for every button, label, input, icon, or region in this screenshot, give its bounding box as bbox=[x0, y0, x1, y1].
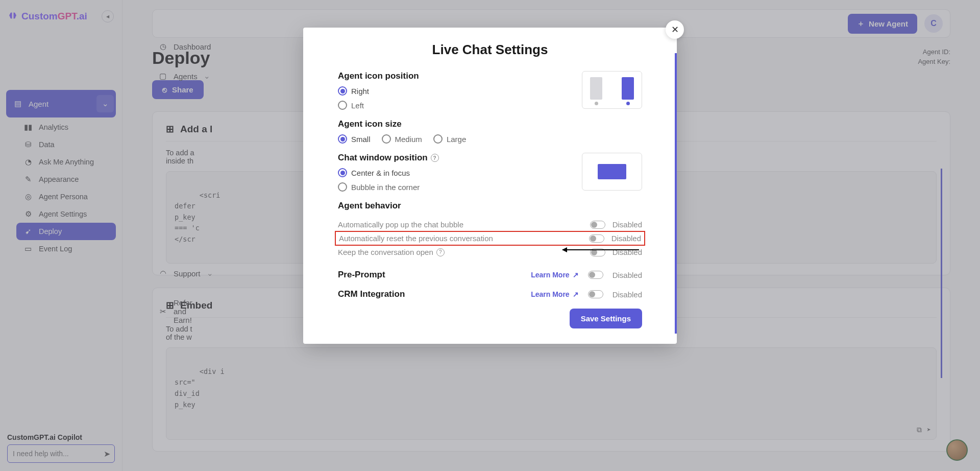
radio-icon bbox=[338, 182, 347, 192]
radio-label: Small bbox=[351, 135, 371, 144]
setting-label: Pre-Prompt bbox=[338, 270, 385, 280]
external-link-icon: ↗ bbox=[573, 271, 579, 279]
radio-icon bbox=[382, 134, 391, 144]
learn-more-link[interactable]: Learn More ↗ bbox=[531, 271, 578, 279]
live-chat-settings-modal: ✕ Live Chat Settings Agent icon position… bbox=[303, 28, 677, 344]
toggle-reset[interactable] bbox=[589, 234, 604, 243]
radio-label: Left bbox=[351, 101, 364, 110]
annotation-arrow bbox=[562, 249, 639, 250]
radio-small[interactable]: Small bbox=[338, 134, 371, 144]
toggle-state: Disabled bbox=[611, 234, 641, 243]
radio-label: Bubble in the corner bbox=[351, 183, 420, 192]
behavior-keep: Keep the conversation open ? Disabled bbox=[338, 244, 642, 261]
help-icon[interactable]: ? bbox=[431, 154, 439, 162]
radio-label: Large bbox=[447, 135, 466, 144]
learn-more-link[interactable]: Learn More ↗ bbox=[531, 290, 578, 298]
modal-scrollbar[interactable] bbox=[675, 53, 677, 334]
setting-label: Agent behavior bbox=[338, 201, 642, 211]
behavior-label: Automatically pop up the chat bubble bbox=[338, 220, 463, 229]
radio-icon bbox=[338, 86, 347, 96]
close-button[interactable]: ✕ bbox=[666, 20, 684, 39]
setting-label: CRM Integration bbox=[338, 289, 405, 299]
behavior-label: Automatically reset the previous convers… bbox=[339, 234, 493, 243]
position-preview bbox=[582, 71, 642, 109]
toggle-preprompt[interactable] bbox=[588, 271, 603, 279]
toggle-state: Disabled bbox=[612, 290, 642, 299]
radio-icon bbox=[338, 168, 347, 177]
behavior-label: Keep the conversation open ? bbox=[338, 248, 445, 256]
radio-icon bbox=[338, 134, 347, 144]
radio-icon bbox=[338, 101, 347, 110]
setting-preprompt: Pre-Prompt Learn More ↗ Disabled bbox=[338, 270, 642, 280]
setting-behavior: Agent behavior Automatically pop up the … bbox=[338, 201, 642, 261]
setting-crm: CRM Integration Learn More ↗ Disabled bbox=[338, 289, 642, 299]
radio-icon bbox=[433, 134, 443, 144]
external-link-icon: ↗ bbox=[573, 290, 579, 298]
toggle-state: Disabled bbox=[612, 271, 642, 279]
setting-icon-size: Agent icon size Small Medium Large bbox=[338, 119, 642, 144]
radio-large[interactable]: Large bbox=[433, 134, 466, 144]
help-icon[interactable]: ? bbox=[436, 248, 445, 256]
save-settings-button[interactable]: Save Settings bbox=[570, 309, 642, 328]
window-preview bbox=[582, 153, 642, 191]
close-icon: ✕ bbox=[671, 24, 679, 35]
setting-label: Agent icon size bbox=[338, 119, 642, 129]
toggle-crm[interactable] bbox=[588, 290, 603, 298]
setting-window-position: Chat window position ? Center & in focus… bbox=[338, 153, 642, 192]
radio-label: Center & in focus bbox=[351, 169, 410, 177]
radio-label: Medium bbox=[395, 135, 422, 144]
radio-medium[interactable]: Medium bbox=[382, 134, 422, 144]
radio-label: Right bbox=[351, 87, 369, 96]
modal-overlay: ✕ Live Chat Settings Agent icon position… bbox=[0, 0, 980, 461]
setting-icon-position: Agent icon position Right Left bbox=[338, 71, 642, 110]
toggle-state: Disabled bbox=[612, 220, 642, 229]
toggle-popup[interactable] bbox=[590, 221, 605, 229]
modal-title: Live Chat Settings bbox=[338, 42, 642, 58]
